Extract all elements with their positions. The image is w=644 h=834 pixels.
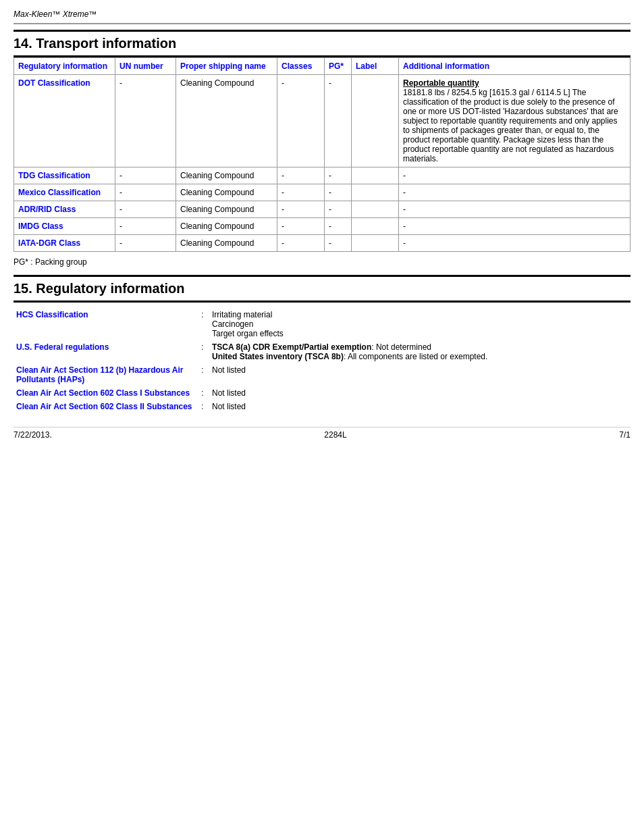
reg-value: TSCA 8(a) CDR Exempt/Partial exemption: … [209, 340, 630, 363]
cell-shipping: Cleaning Compound [176, 184, 277, 201]
product-name: Max-Kleen™ Xtreme™ [14, 7, 630, 24]
cell-label [352, 218, 399, 235]
header-pg: PG* [325, 58, 352, 75]
cell-shipping: Cleaning Compound [176, 201, 277, 218]
cell-un: - [115, 184, 176, 201]
footer-page: 7/1 [619, 430, 630, 440]
header-classes: Classes [277, 58, 325, 75]
section14-title: 14. Transport information [14, 30, 630, 57]
reg-row: Clean Air Act Section 602 Class I Substa… [14, 386, 630, 400]
reg-colon: : [196, 400, 209, 413]
cell-additional: - [399, 201, 630, 218]
section15-title: 15. Regulatory information [14, 275, 630, 303]
cell-un: - [115, 167, 176, 184]
cell-classes: - [277, 184, 325, 201]
cell-pg: - [325, 218, 352, 235]
cell-pg: - [325, 201, 352, 218]
cell-un: - [115, 235, 176, 252]
reg-label: U.S. Federal regulations [14, 340, 196, 363]
cell-additional: - [399, 167, 630, 184]
cell-regulatory: ADR/RID Class [14, 201, 115, 218]
reg-label: HCS Classification [14, 308, 196, 340]
footer-code: 2284L [324, 430, 346, 440]
cell-additional: Reportable quantity18181.8 lbs / 8254.5 … [399, 75, 630, 167]
reg-colon: : [196, 386, 209, 400]
header-additional: Additional information [399, 58, 630, 75]
cell-classes: - [277, 218, 325, 235]
table-row: DOT Classification-Cleaning Compound--Re… [14, 75, 630, 167]
cell-shipping: Cleaning Compound [176, 75, 277, 167]
reg-value: Irritating materialCarcinogenTarget orga… [209, 308, 630, 340]
cell-pg: - [325, 184, 352, 201]
table-row: TDG Classification-Cleaning Compound--- [14, 167, 630, 184]
reg-row: Clean Air Act Section 602 Class II Subst… [14, 400, 630, 413]
reg-value: Not listed [209, 386, 630, 400]
header-un-number: UN number [115, 58, 176, 75]
cell-shipping: Cleaning Compound [176, 235, 277, 252]
cell-classes: - [277, 201, 325, 218]
reg-row: HCS Classification:Irritating materialCa… [14, 308, 630, 340]
cell-label [352, 167, 399, 184]
cell-label [352, 235, 399, 252]
cell-un: - [115, 218, 176, 235]
cell-un: - [115, 201, 176, 218]
reg-label: Clean Air Act Section 112 (b) Hazardous … [14, 363, 196, 386]
cell-label [352, 75, 399, 167]
cell-regulatory: Mexico Classification [14, 184, 115, 201]
table-row: IMDG Class-Cleaning Compound--- [14, 218, 630, 235]
header-regulatory: Regulatory information [14, 58, 115, 75]
cell-additional: - [399, 184, 630, 201]
header-shipping-name: Proper shipping name [176, 58, 277, 75]
footer: 7/22/2013. 2284L 7/1 [14, 427, 630, 440]
reg-label: Clean Air Act Section 602 Class II Subst… [14, 400, 196, 413]
table-row: IATA-DGR Class-Cleaning Compound--- [14, 235, 630, 252]
cell-classes: - [277, 167, 325, 184]
packing-note: PG* : Packing group [14, 255, 630, 269]
footer-date: 7/22/2013. [14, 430, 52, 440]
page: Max-Kleen™ Xtreme™ 14. Transport informa… [0, 0, 644, 834]
cell-classes: - [277, 75, 325, 167]
regulatory-table: HCS Classification:Irritating materialCa… [14, 308, 630, 413]
cell-pg: - [325, 75, 352, 167]
cell-pg: - [325, 235, 352, 252]
cell-label [352, 201, 399, 218]
reg-colon: : [196, 340, 209, 363]
cell-regulatory: TDG Classification [14, 167, 115, 184]
transport-table: Regulatory information UN number Proper … [14, 57, 630, 252]
table-row: ADR/RID Class-Cleaning Compound--- [14, 201, 630, 218]
table-row: Mexico Classification-Cleaning Compound-… [14, 184, 630, 201]
cell-pg: - [325, 167, 352, 184]
reg-colon: : [196, 363, 209, 386]
cell-classes: - [277, 235, 325, 252]
cell-label [352, 184, 399, 201]
cell-un: - [115, 75, 176, 167]
cell-regulatory: IATA-DGR Class [14, 235, 115, 252]
reg-value: Not listed [209, 363, 630, 386]
reg-label: Clean Air Act Section 602 Class I Substa… [14, 386, 196, 400]
reg-row: Clean Air Act Section 112 (b) Hazardous … [14, 363, 630, 386]
reg-colon: : [196, 308, 209, 340]
reg-row: U.S. Federal regulations:TSCA 8(a) CDR E… [14, 340, 630, 363]
cell-additional: - [399, 235, 630, 252]
reg-value: Not listed [209, 400, 630, 413]
cell-shipping: Cleaning Compound [176, 167, 277, 184]
cell-additional: - [399, 218, 630, 235]
cell-regulatory: IMDG Class [14, 218, 115, 235]
cell-regulatory: DOT Classification [14, 75, 115, 167]
cell-shipping: Cleaning Compound [176, 218, 277, 235]
header-label: Label [352, 58, 399, 75]
